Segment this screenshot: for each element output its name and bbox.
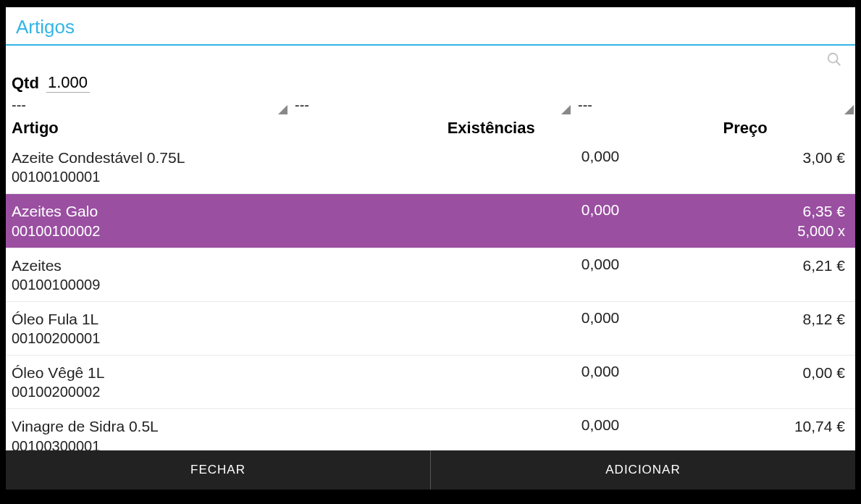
item-stock-cell: 0,000 xyxy=(448,201,649,240)
item-artigo-cell: Azeites Galo00100100002 xyxy=(12,201,448,240)
item-name: Azeites xyxy=(12,256,448,275)
item-stock-cell: 0,000 xyxy=(448,363,649,401)
table-header: Artigo Existências Preço xyxy=(6,116,855,140)
item-name: Óleo Vêgê 1L xyxy=(12,363,448,382)
item-artigo-cell: Vinagre de Sidra 0.5L00100300001 xyxy=(12,416,448,450)
header-artigo: Artigo xyxy=(12,119,448,138)
dialog-header: Artigos xyxy=(6,7,855,46)
item-stock: 0,000 xyxy=(581,201,620,219)
item-price-cell: 8,12 € xyxy=(648,309,849,348)
item-stock-cell: 0,000 xyxy=(448,148,649,186)
filter-value: --- xyxy=(578,97,592,113)
item-artigo-cell: Óleo Vêgê 1L00100200002 xyxy=(12,363,448,401)
svg-line-1 xyxy=(836,62,841,66)
filters-row: --- --- --- xyxy=(6,94,855,116)
dialog-footer: FECHAR ADICIONAR xyxy=(6,450,855,490)
filter-select-1[interactable]: --- xyxy=(6,94,289,116)
svg-point-0 xyxy=(828,54,838,63)
item-price: 3,00 € xyxy=(648,148,845,167)
android-nav-bar xyxy=(0,490,861,504)
item-stock: 0,000 xyxy=(581,148,620,165)
item-code: 00100300001 xyxy=(12,437,448,450)
dialog-title: Artigos xyxy=(16,16,845,38)
item-artigo-cell: Azeite Condestável 0.75L00100100001 xyxy=(12,148,448,186)
table-row[interactable]: Azeite Condestável 0.75L001001000010,000… xyxy=(6,140,855,194)
search-row xyxy=(6,46,855,70)
items-list[interactable]: Azeite Condestável 0.75L001001000010,000… xyxy=(6,140,855,450)
item-price-cell: 10,74 € xyxy=(648,416,849,450)
item-stock-cell: 0,000 xyxy=(448,309,649,348)
quantity-row: Qtd xyxy=(6,70,855,94)
item-price: 6,35 € xyxy=(648,201,845,221)
item-price: 0,00 € xyxy=(648,363,845,382)
item-code: 00100200001 xyxy=(12,329,448,348)
filter-select-2[interactable]: --- xyxy=(289,94,572,116)
item-stock: 0,000 xyxy=(581,363,620,380)
table-row[interactable]: Óleo Vêgê 1L001002000020,0000,00 € xyxy=(6,356,855,409)
item-code: 00100200002 xyxy=(12,382,448,401)
item-stock: 0,000 xyxy=(581,416,620,434)
item-price-cell: 6,35 €5,000 x xyxy=(648,201,849,240)
item-name: Óleo Fula 1L xyxy=(12,309,448,329)
item-code: 00100100001 xyxy=(12,167,448,186)
filter-value: --- xyxy=(295,97,309,113)
table-row[interactable]: Óleo Fula 1L001002000010,0008,12 € xyxy=(6,302,855,356)
close-button[interactable]: FECHAR xyxy=(6,450,431,490)
table-row[interactable]: Vinagre de Sidra 0.5L001003000010,00010,… xyxy=(6,409,855,450)
filter-value: --- xyxy=(12,97,26,113)
item-price-cell: 3,00 € xyxy=(648,148,849,186)
item-stock-cell: 0,000 xyxy=(448,416,649,450)
item-name: Azeites Galo xyxy=(12,201,448,221)
item-stock: 0,000 xyxy=(581,309,620,327)
header-preco: Preço xyxy=(648,119,849,138)
item-price-cell: 0,00 € xyxy=(648,363,849,401)
table-row[interactable]: Azeites Galo001001000020,0006,35 €5,000 … xyxy=(6,194,855,248)
item-price-cell: 6,21 € xyxy=(648,256,849,294)
table-row[interactable]: Azeites001001000090,0006,21 € xyxy=(6,248,855,302)
item-price-sub: 5,000 x xyxy=(648,222,845,240)
item-name: Vinagre de Sidra 0.5L xyxy=(12,416,448,436)
item-stock: 0,000 xyxy=(581,256,620,273)
quantity-label: Qtd xyxy=(12,74,39,93)
add-button[interactable]: ADICIONAR xyxy=(431,450,855,490)
item-price: 6,21 € xyxy=(648,256,845,275)
item-code: 00100100009 xyxy=(12,275,448,294)
item-stock-cell: 0,000 xyxy=(448,256,649,294)
search-icon[interactable] xyxy=(826,51,842,67)
item-artigo-cell: Azeites00100100009 xyxy=(12,256,448,294)
articles-dialog: Artigos Qtd --- --- --- Artigo Existênci… xyxy=(6,7,855,490)
item-name: Azeite Condestável 0.75L xyxy=(12,148,448,167)
quantity-input[interactable] xyxy=(46,73,90,93)
item-price: 8,12 € xyxy=(648,309,845,329)
item-artigo-cell: Óleo Fula 1L00100200001 xyxy=(12,309,448,348)
item-price: 10,74 € xyxy=(648,416,845,436)
header-existencias: Existências xyxy=(448,119,649,138)
filter-select-3[interactable]: --- xyxy=(572,94,855,116)
item-code: 00100100002 xyxy=(12,222,448,240)
